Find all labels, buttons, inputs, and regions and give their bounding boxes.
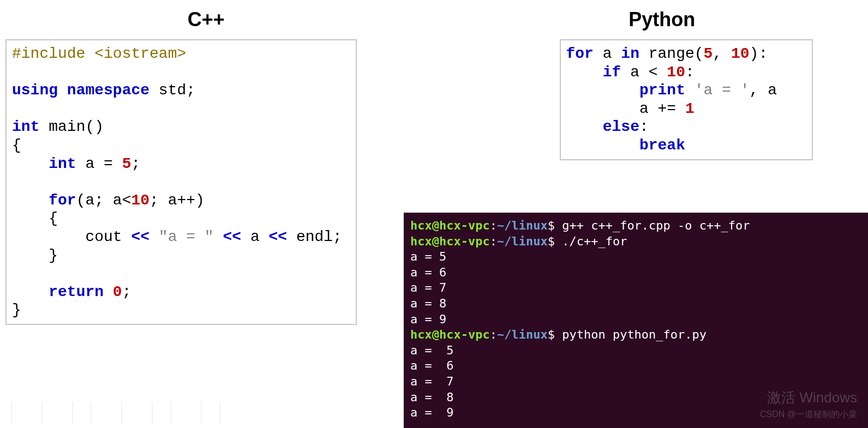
- cpp-column: C++ #include <iostream> using namespace …: [5, 5, 407, 325]
- cpp-include: #include <iostream>: [12, 45, 186, 62]
- cpp-heading: C++: [5, 8, 407, 31]
- python-codebox: for a in range(5, 10): if a < 10: print …: [560, 39, 813, 160]
- python-column: Python for a in range(5, 10): if a < 10:…: [462, 5, 863, 160]
- ghost-bars: ⎸ ⎸ ⎸⎸ ⎸ ⎸⎸ ⎸⎸: [11, 399, 238, 425]
- windows-watermark: 激活 Windows: [767, 388, 857, 407]
- python-heading: Python: [462, 8, 863, 31]
- csdn-watermark: CSDN @一道秘制的小菜: [760, 409, 857, 420]
- cpp-codebox: #include <iostream> using namespace std;…: [5, 39, 357, 325]
